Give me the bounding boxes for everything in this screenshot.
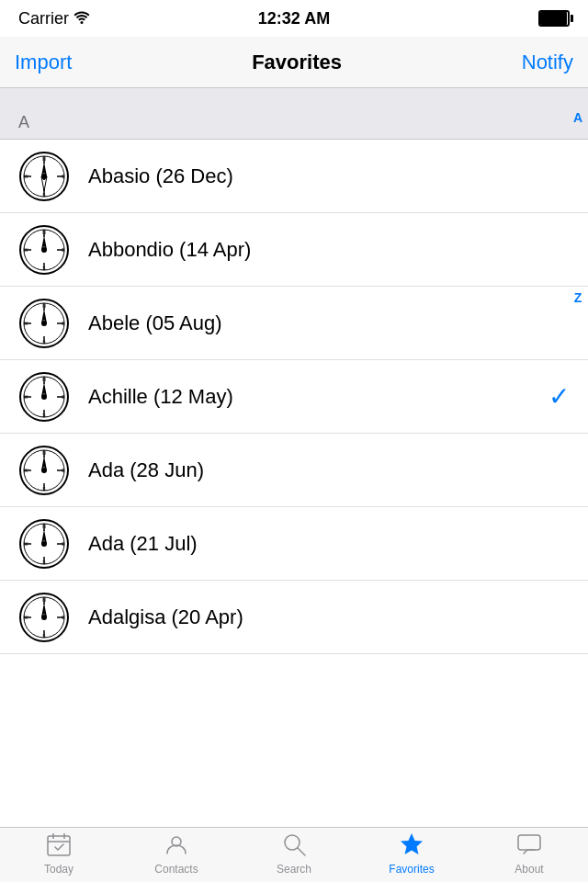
list-item[interactable]: N S W E Abasio (26 Dec) <box>0 140 588 213</box>
svg-rect-93 <box>518 835 540 850</box>
svg-text:N: N <box>42 303 46 309</box>
contacts-icon <box>164 831 189 861</box>
svg-text:N: N <box>42 377 46 382</box>
checkmark-icon: ✓ <box>548 381 570 412</box>
item-name: Ada (28 Jun) <box>88 458 570 482</box>
nav-bar: Import Favorites Notify <box>0 37 588 88</box>
index-a[interactable]: A <box>573 110 582 125</box>
tab-favorites-label: Favorites <box>389 863 434 876</box>
svg-text:E: E <box>62 615 65 620</box>
section-header-a: A <box>0 107 588 140</box>
compass-icon: N S W E <box>18 518 70 570</box>
svg-text:W: W <box>24 174 28 179</box>
compass-icon: N S W E <box>18 224 70 276</box>
svg-text:W: W <box>24 321 28 326</box>
compass-icon: N S W E <box>18 298 70 349</box>
item-name: Abbondio (14 Apr) <box>88 238 570 262</box>
svg-text:E: E <box>62 468 65 473</box>
notify-button[interactable]: Notify <box>522 51 573 74</box>
tab-favorites[interactable]: Favorites <box>353 828 470 882</box>
list-item[interactable]: N S W E Abbondio (14 Apr) <box>0 213 588 287</box>
tab-bar: Today Contacts Search Favorites <box>0 827 588 882</box>
spacer <box>0 88 588 107</box>
search-icon <box>281 831 307 861</box>
svg-text:E: E <box>62 321 65 326</box>
battery-indicator <box>538 10 570 27</box>
status-time: 12:32 AM <box>258 9 330 28</box>
favorites-list: A Z A N S W E Abasio (26 Dec) <box>0 107 588 845</box>
svg-marker-92 <box>401 833 423 854</box>
status-bar: Carrier 12:32 AM <box>0 0 588 37</box>
svg-text:E: E <box>62 394 65 400</box>
svg-text:E: E <box>62 174 65 179</box>
item-name: Abasio (26 Dec) <box>88 164 570 188</box>
svg-text:W: W <box>24 615 28 620</box>
list-item[interactable]: N S W E Ada (28 Jun) <box>0 434 588 507</box>
compass-icon: N S W E <box>18 371 70 423</box>
wifi-icon <box>73 9 91 28</box>
svg-text:N: N <box>42 524 46 529</box>
list-item[interactable]: N S W E Achille (12 May) ✓ <box>0 360 588 434</box>
index-z[interactable]: Z <box>574 290 582 305</box>
item-name: Adalgisa (20 Apr) <box>88 605 570 629</box>
nav-title: Favorites <box>252 51 342 74</box>
svg-text:N: N <box>42 156 46 162</box>
list-item[interactable]: N S W E Abele (05 Aug) <box>0 287 588 360</box>
tab-contacts[interactable]: Contacts <box>118 828 235 882</box>
svg-text:W: W <box>24 541 28 547</box>
svg-text:N: N <box>42 450 46 456</box>
svg-text:E: E <box>62 247 65 253</box>
index-bar: A Z <box>568 107 588 309</box>
tab-about[interactable]: About <box>470 828 588 882</box>
compass-icon: N S W E <box>18 151 70 202</box>
import-button[interactable]: Import <box>15 51 72 74</box>
svg-text:W: W <box>24 468 28 473</box>
svg-text:W: W <box>24 247 28 253</box>
tab-contacts-label: Contacts <box>154 863 198 876</box>
svg-text:W: W <box>24 394 28 400</box>
tab-today[interactable]: Today <box>0 828 118 882</box>
svg-line-91 <box>298 848 305 855</box>
tab-search-label: Search <box>277 863 311 876</box>
compass-icon: N S W E <box>18 592 70 643</box>
tab-search[interactable]: Search <box>235 828 353 882</box>
list-item[interactable]: N S W E Adalgisa (20 Apr) <box>0 581 588 654</box>
compass-icon: N S W E <box>18 445 70 496</box>
favorites-icon <box>399 831 424 861</box>
svg-text:E: E <box>62 541 65 547</box>
carrier-label: Carrier <box>18 9 69 28</box>
tab-today-label: Today <box>44 863 74 876</box>
tab-about-label: About <box>514 863 543 876</box>
list-item[interactable]: N S W E Ada (21 Jul) <box>0 507 588 581</box>
about-icon <box>516 831 542 861</box>
section-letter: A <box>18 113 29 132</box>
svg-text:N: N <box>42 597 46 603</box>
item-name: Achille (12 May) <box>88 385 548 409</box>
svg-text:N: N <box>42 230 46 235</box>
item-name: Abele (05 Aug) <box>88 311 570 335</box>
item-name: Ada (21 Jul) <box>88 532 570 556</box>
today-icon <box>46 831 72 861</box>
svg-rect-85 <box>48 836 70 855</box>
